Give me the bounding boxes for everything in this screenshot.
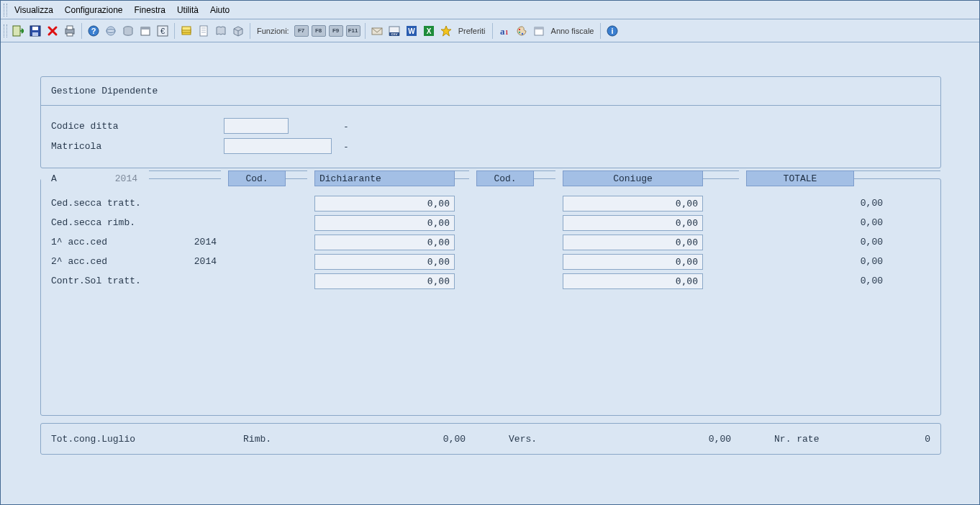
codice-ditta-label: Codice ditta <box>51 121 224 132</box>
cod-header: Cod. <box>228 170 286 186</box>
row-label: Ced.secca tratt. <box>51 198 141 209</box>
coniuge-header: Coniuge <box>563 170 703 186</box>
menu-configurazione[interactable]: Configurazione <box>59 3 129 17</box>
svg-rect-5 <box>67 26 73 29</box>
svg-rect-6 <box>67 33 73 36</box>
mail-icon[interactable] <box>369 23 385 39</box>
grid-row: Contr.Sol tratt. 0,00 <box>41 271 940 291</box>
row-year: 2014 <box>194 256 217 267</box>
menu-finestra[interactable]: Finestra <box>129 3 171 17</box>
matricola-dash: - <box>343 141 349 152</box>
svg-point-35 <box>521 32 522 34</box>
euro-box-icon[interactable]: € <box>155 23 171 39</box>
menu-aiuto[interactable]: Aiuto <box>204 3 235 17</box>
svg-text:csv: csv <box>391 32 397 36</box>
vers-value: 0,00 <box>551 434 731 445</box>
save-disk-icon[interactable] <box>27 23 43 39</box>
dichiarante-input[interactable] <box>314 235 455 250</box>
rimb-value: 0,00 <box>286 434 466 445</box>
totale-value: 0,00 <box>717 256 897 267</box>
svg-rect-13 <box>141 27 150 29</box>
coniuge-input[interactable] <box>563 235 703 250</box>
door-exit-icon[interactable] <box>10 23 26 39</box>
calendar2-icon[interactable] <box>531 23 547 39</box>
svg-text:X: X <box>426 27 431 35</box>
svg-text:€: € <box>160 27 165 35</box>
totale-value: 0,00 <box>717 217 897 228</box>
totale-value: 0,00 <box>717 276 897 286</box>
matricola-input[interactable] <box>224 138 332 154</box>
cod2-header: Cod. <box>476 170 534 186</box>
svg-rect-0 <box>13 26 20 36</box>
svg-rect-19 <box>200 26 207 36</box>
db-icon[interactable] <box>120 23 136 39</box>
svg-text:?: ? <box>91 27 96 35</box>
coniuge-input[interactable] <box>563 254 703 270</box>
grid-row: Ced.secca rimb. 0,00 <box>41 213 940 232</box>
star-icon[interactable] <box>438 23 454 39</box>
svg-point-33 <box>518 28 520 29</box>
toolbar-funzioni-label: Funzioni: <box>254 27 292 35</box>
dichiarante-input[interactable] <box>314 215 455 231</box>
dichiarante-header: Dichiarante <box>314 170 455 186</box>
font-icon[interactable]: a1 <box>496 23 512 39</box>
vers-label: Vers. <box>509 434 537 445</box>
f7-button[interactable]: F7 <box>294 23 309 39</box>
word-icon[interactable]: W <box>404 23 419 39</box>
document-icon[interactable] <box>196 23 212 39</box>
coniuge-input[interactable] <box>563 215 703 231</box>
svg-text:i: i <box>612 27 614 35</box>
svg-rect-2 <box>32 27 38 30</box>
menu-utilita[interactable]: Utilità <box>171 3 204 17</box>
dichiarante-input[interactable] <box>314 273 455 289</box>
row-year: 2014 <box>194 237 217 247</box>
coniuge-input[interactable] <box>563 196 703 211</box>
help-icon[interactable]: ? <box>86 23 101 39</box>
codice-ditta-dash: - <box>343 121 349 132</box>
menubar: Visualizza Configurazione Finestra Utili… <box>1 1 979 19</box>
stack-yellow-icon[interactable] <box>178 23 194 39</box>
dichiarante-input[interactable] <box>314 254 455 270</box>
palette-icon[interactable] <box>514 23 530 39</box>
codice-ditta-input[interactable] <box>224 118 289 134</box>
grid-row: 2^ acc.ced 2014 0,00 <box>41 252 940 271</box>
delete-x-icon[interactable] <box>45 23 60 39</box>
row-label: Contr.Sol tratt. <box>51 276 141 286</box>
nr-rate-value: 0 <box>833 434 930 445</box>
svg-point-9 <box>106 27 115 35</box>
panel-gestione-dipendente: Gestione Dipendente Codice ditta - Matri… <box>40 76 941 168</box>
row-label: 1^ acc.ced <box>51 237 107 247</box>
toolbar-grip <box>4 24 7 37</box>
box-icon[interactable] <box>230 23 246 39</box>
dichiarante-input[interactable] <box>314 196 455 211</box>
excel-icon[interactable]: X <box>421 23 437 39</box>
svg-text:1: 1 <box>505 29 509 36</box>
menu-visualizza[interactable]: Visualizza <box>9 3 59 17</box>
rimb-label: Rimb. <box>243 434 271 445</box>
book-icon[interactable] <box>213 23 229 39</box>
csv-icon[interactable]: csv <box>386 23 402 39</box>
row-label: Ced.secca rimb. <box>51 217 135 228</box>
f8-button[interactable]: F8 <box>311 23 327 39</box>
totale-header: TOTALE <box>746 170 854 186</box>
svg-text:a: a <box>500 26 505 37</box>
row-label: 2^ acc.ced <box>51 256 107 267</box>
grid-row: Ced.secca tratt. 0,00 <box>41 194 940 213</box>
calendar-icon[interactable] <box>137 23 153 39</box>
coniuge-input[interactable] <box>563 273 703 289</box>
globe-icon[interactable] <box>103 23 119 39</box>
svg-rect-3 <box>32 32 38 36</box>
panel-title: Gestione Dipendente <box>41 77 940 106</box>
toolbar-preferiti-label[interactable]: Preferiti <box>455 27 489 35</box>
totale-value: 0,00 <box>717 198 897 209</box>
matricola-label: Matricola <box>51 141 224 152</box>
svg-text:W: W <box>408 27 415 35</box>
nr-rate-label: Nr. rate <box>774 434 819 445</box>
grid-fieldset: A.F. 2014 Cod. Dichiarante Cod. Coniuge <box>40 178 941 416</box>
f9-button[interactable]: F9 <box>328 23 344 39</box>
f11-button[interactable]: F11 <box>345 23 361 39</box>
toolbar-anno-fiscale-label[interactable]: Anno fiscale <box>548 27 597 35</box>
toolbar: ? € Funzioni: F7 F8 F9 F11 <box>1 19 979 42</box>
info-icon[interactable]: i <box>604 23 620 39</box>
print-icon[interactable] <box>62 23 78 39</box>
